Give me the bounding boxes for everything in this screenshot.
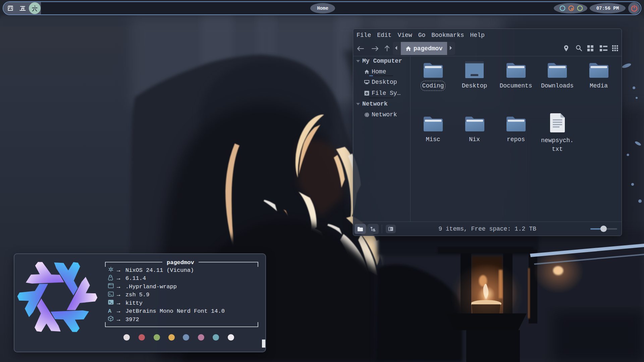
svg-text:pagedmov: pagedmov <box>167 259 194 266</box>
